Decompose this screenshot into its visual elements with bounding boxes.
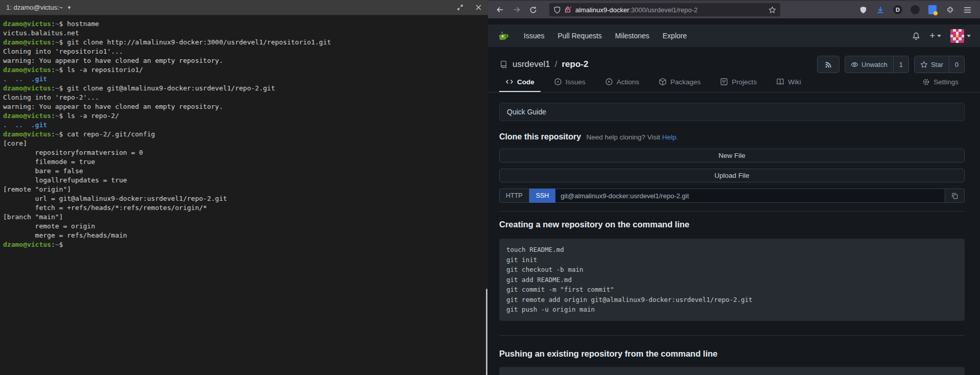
tab-issues[interactable]: Issues [548,78,592,92]
terminal-line: Cloning into 'repositorio1'... [3,47,487,56]
terminal-line: [branch "main"] [3,213,487,222]
help-link[interactable]: Help. [662,133,679,141]
http-protocol-button[interactable]: HTTP [499,189,529,203]
terminal-line: dzamo@victus:~$ git clone git@almalinux9… [3,84,487,93]
package-icon [659,78,667,86]
terminal-line: logallrefupdates = true [3,176,487,185]
create-repo-code-block: touch README.mdgit initgit checkout -b m… [499,239,965,321]
back-button[interactable] [493,3,507,16]
unwatch-button[interactable]: Unwatch [845,56,893,73]
extension-d-icon[interactable]: D [892,4,903,15]
code-line: git add README.md [506,275,958,285]
forward-button[interactable] [509,3,524,16]
rss-feed-button[interactable] [818,56,839,73]
terminal-maximize-button[interactable] [456,4,463,11]
tab-code[interactable]: Code [499,78,541,92]
star-icon [920,61,928,68]
eye-icon [851,61,858,68]
code-line: git commit -m "first commit" [506,285,958,295]
nav-item-milestones[interactable]: Milestones [615,32,649,40]
expand-icon [457,5,463,10]
code-line: git init [506,255,958,265]
copy-icon [951,192,959,200]
tab-packages[interactable]: Packages [652,78,707,92]
browser-window: almalinux9-docker:3000/usrdevel1/repo-2 … [488,0,980,375]
terminal-line: victus.balaitus.net [3,29,487,38]
terminal-titlebar[interactable]: 1: dzamo@victus:~ ▼ [0,0,488,15]
new-file-button[interactable]: New File [499,149,965,162]
repo-main-content: Quick Guide Clone this repository Need h… [488,92,980,375]
shield-icon[interactable] [553,6,561,14]
terminal-line: repositoryformatversion = 0 [3,148,487,157]
project-board-icon [720,78,728,86]
terminal-line: . .. .git [3,75,487,84]
user-menu[interactable] [950,29,971,43]
code-line: touch README.md [506,245,958,255]
rss-icon [825,61,832,68]
upload-file-button[interactable]: Upload File [499,169,965,182]
code-line: git push -u origin main [506,304,958,315]
terminal-line: dzamo@victus:~$ cat repo-2/.git/config [3,130,487,139]
notifications-bell-icon[interactable] [912,32,920,40]
terminal-line: bare = false [3,167,487,176]
terminal-line: merge = refs/heads/main [3,231,487,240]
terminal-close-button[interactable] [475,4,482,11]
plus-icon: + [929,31,935,41]
extensions-puzzle-icon[interactable] [944,4,955,15]
nav-item-pull-requests[interactable]: Pull Requests [557,32,601,40]
bookmark-star-icon[interactable] [768,6,776,14]
forward-arrow-icon [512,6,521,14]
terminal-title: 1: dzamo@victus:~ [6,4,63,11]
terminal-window: 1: dzamo@victus:~ ▼ dzamo@victus:~$ host [0,0,488,375]
terminal-line: dzamo@victus:~$ [3,240,487,249]
tab-actions[interactable]: Actions [599,78,645,92]
terminal-output: dzamo@victus:~$ hostnamevictus.balaitus.… [0,15,488,375]
section-heading-push: Pushing an existing repository from the … [499,349,965,359]
star-count[interactable]: 0 [949,56,964,73]
star-button[interactable]: Star [915,56,949,73]
extension-circle-icon[interactable] [909,4,921,15]
push-repo-code-block [499,367,965,375]
repo-owner-link[interactable]: usrdevel1 [512,59,550,69]
gitea-page: Issues Pull Requests Milestones Explore … [488,18,980,375]
clone-url-input[interactable]: git@almalinux9-docker:usrdevel1/repo-2.g… [555,189,945,203]
play-circle-icon [605,78,613,86]
repo-name-link[interactable]: repo-2 [562,59,588,69]
tab-wiki[interactable]: Wiki [770,78,807,92]
reload-button[interactable] [526,3,540,16]
tab-settings[interactable]: Settings [916,78,965,92]
tab-projects[interactable]: Projects [714,78,763,92]
watch-count[interactable]: 1 [893,56,908,73]
gitea-logo[interactable] [497,29,510,42]
chevron-down-icon [967,35,971,37]
chevron-down-icon[interactable]: ▼ [67,5,72,10]
shield-extension-icon[interactable] [857,4,869,15]
create-new-button[interactable]: + [929,31,941,41]
copy-url-button[interactable] [945,189,965,203]
ssh-protocol-button[interactable]: SSH [529,189,556,203]
nav-item-explore[interactable]: Explore [663,32,687,40]
menu-hamburger-icon[interactable] [962,4,973,15]
wiki-book-icon [776,78,784,86]
repo-tabs: Code Issues Actions Packages [488,78,980,92]
terminal-line: . .. .git [3,121,487,130]
extension-doc-icon[interactable] [927,4,938,15]
clone-section-heading: Clone this repository Need help cloning?… [499,132,965,142]
url-bar[interactable]: almalinux9-docker:3000/usrdevel1/repo-2 [549,3,780,16]
terminal-scrollbar-thumb[interactable] [486,289,487,375]
terminal-line: dzamo@victus:~$ ls -a repositorio1/ [3,65,487,75]
terminal-line: dzamo@victus:~$ ls -a repo-2/ [3,111,487,121]
code-icon [505,78,514,86]
nav-item-issues[interactable]: Issues [524,32,544,40]
close-icon [476,5,481,10]
reload-icon [529,6,537,14]
url-text[interactable]: almalinux9-docker:3000/usrdevel1/repo-2 [575,6,765,14]
insecure-lock-icon[interactable] [564,6,572,14]
avatar [950,29,964,43]
terminal-line: fetch = +refs/heads/*:refs/remotes/origi… [3,203,487,213]
code-line: git remote add origin git@almalinux9-doc… [506,295,958,305]
terminal-line: [remote "origin"] [3,185,487,194]
section-heading-create: Creating a new repository on the command… [499,220,965,229]
download-icon[interactable] [875,4,886,15]
chevron-down-icon [937,35,941,37]
